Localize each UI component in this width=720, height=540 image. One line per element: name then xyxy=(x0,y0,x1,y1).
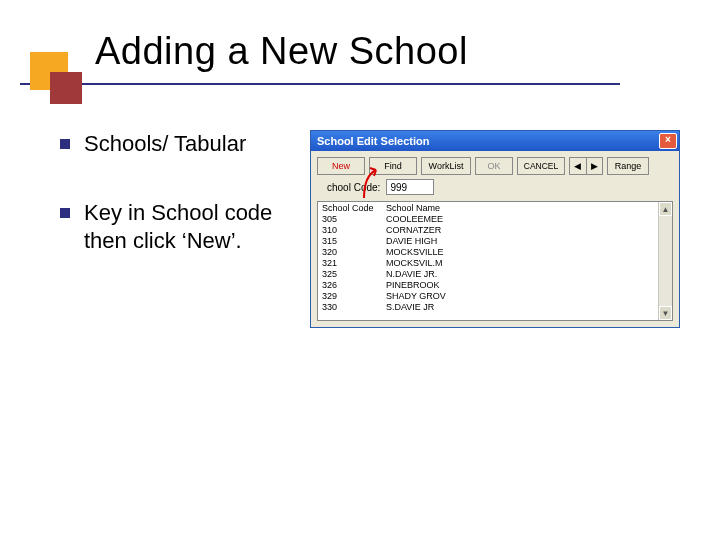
title-decor-maroon xyxy=(50,72,82,104)
cell-name: CORNATZER xyxy=(386,225,654,236)
list-row[interactable]: 329SHADY GROV xyxy=(322,291,654,302)
new-button[interactable]: New xyxy=(317,157,365,175)
school-list: School Code School Name 305COOLEEMEE 310… xyxy=(317,201,673,321)
window-title: School Edit Selection xyxy=(317,135,429,147)
cell-code: 321 xyxy=(322,258,386,269)
bullet-marker-icon xyxy=(60,139,70,149)
nav-next-button[interactable]: ▶ xyxy=(587,158,603,174)
bullet-item: Key in School code then click ‘New’. xyxy=(60,199,290,256)
nav-prev-button[interactable]: ◀ xyxy=(570,158,587,174)
cell-name: MOCKSVILLE xyxy=(386,247,654,258)
worklist-button[interactable]: WorkList xyxy=(421,157,471,175)
bullet-text: Key in School code then click ‘New’. xyxy=(84,199,290,256)
nav-buttons: ◀ ▶ xyxy=(569,157,603,175)
cell-name: N.DAVIE JR. xyxy=(386,269,654,280)
bullet-marker-icon xyxy=(60,208,70,218)
scroll-up-button[interactable]: ▲ xyxy=(659,202,672,216)
close-icon: × xyxy=(665,134,671,145)
list-row[interactable]: 330S.DAVIE JR xyxy=(322,302,654,313)
title-block: Adding a New School xyxy=(40,30,680,85)
cell-code: 315 xyxy=(322,236,386,247)
cell-code: 329 xyxy=(322,291,386,302)
col-header-code: School Code xyxy=(322,203,386,213)
slide: Adding a New School Schools/ Tabular Key… xyxy=(0,0,720,540)
titlebar[interactable]: School Edit Selection × xyxy=(311,131,679,151)
content-row: Schools/ Tabular Key in School code then… xyxy=(40,130,680,328)
chevron-up-icon: ▲ xyxy=(662,205,670,214)
scrollbar[interactable]: ▲ ▼ xyxy=(658,202,672,320)
list-row[interactable]: 326PINEBROOK xyxy=(322,280,654,291)
cell-code: 326 xyxy=(322,280,386,291)
bullet-list: Schools/ Tabular Key in School code then… xyxy=(40,130,290,328)
list-row[interactable]: 305COOLEEMEE xyxy=(322,214,654,225)
dialog-screenshot: School Edit Selection × New Find WorkLis… xyxy=(310,130,680,328)
cancel-button[interactable]: CANCEL xyxy=(517,157,565,175)
col-header-name: School Name xyxy=(386,203,654,213)
cell-name: DAVIE HIGH xyxy=(386,236,654,247)
school-list-body[interactable]: School Code School Name 305COOLEEMEE 310… xyxy=(318,202,658,320)
cell-name: MOCKSVIL.M xyxy=(386,258,654,269)
cell-name: COOLEEMEE xyxy=(386,214,654,225)
cell-name: S.DAVIE JR xyxy=(386,302,654,313)
list-row[interactable]: 315DAVIE HIGH xyxy=(322,236,654,247)
cell-code: 325 xyxy=(322,269,386,280)
cell-name: PINEBROOK xyxy=(386,280,654,291)
list-row[interactable]: 320MOCKSVILLE xyxy=(322,247,654,258)
list-row[interactable]: 325N.DAVIE JR. xyxy=(322,269,654,280)
bullet-item: Schools/ Tabular xyxy=(60,130,290,159)
close-button[interactable]: × xyxy=(659,133,677,149)
cell-code: 330 xyxy=(322,302,386,313)
scroll-down-button[interactable]: ▼ xyxy=(659,306,672,320)
range-button[interactable]: Range xyxy=(607,157,649,175)
chevron-down-icon: ▼ xyxy=(662,309,670,318)
cell-code: 305 xyxy=(322,214,386,225)
list-row[interactable]: 310CORNATZER xyxy=(322,225,654,236)
cell-code: 320 xyxy=(322,247,386,258)
list-header: School Code School Name xyxy=(322,203,654,213)
scroll-track[interactable] xyxy=(659,216,672,306)
school-code-value: 999 xyxy=(390,182,407,193)
ok-button[interactable]: OK xyxy=(475,157,513,175)
annotation-arrow-icon xyxy=(360,164,388,200)
triangle-right-icon: ▶ xyxy=(591,161,598,171)
triangle-left-icon: ◀ xyxy=(574,161,581,171)
cell-code: 310 xyxy=(322,225,386,236)
page-title: Adding a New School xyxy=(40,30,680,73)
title-underline xyxy=(20,83,620,85)
school-code-input[interactable]: 999 xyxy=(386,179,434,195)
list-row[interactable]: 321MOCKSVIL.M xyxy=(322,258,654,269)
bullet-text: Schools/ Tabular xyxy=(84,130,246,159)
school-edit-dialog: School Edit Selection × New Find WorkLis… xyxy=(310,130,680,328)
cell-name: SHADY GROV xyxy=(386,291,654,302)
